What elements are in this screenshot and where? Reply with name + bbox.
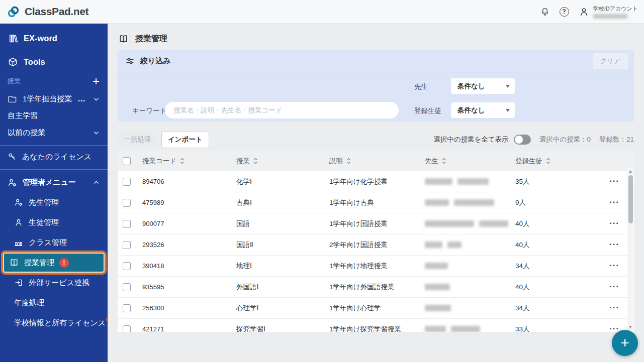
dropdown-caret-icon (506, 109, 510, 112)
notification-bell-icon[interactable] (540, 7, 550, 17)
row-checkbox[interactable] (123, 262, 131, 270)
column-header-teacher[interactable]: 先生 (420, 157, 511, 166)
bulk-action-button[interactable]: 一括処理 (118, 131, 157, 148)
folder-options-icon[interactable]: … (77, 95, 86, 103)
sidebar-item-lesson-mgmt-active[interactable]: 授業管理 ! (1, 251, 107, 275)
sidebar-item-admin-menu[interactable]: 管理者メニュー (0, 175, 108, 189)
sidebar-item-your-license[interactable]: あなたのライセンス (0, 150, 108, 164)
help-icon[interactable]: ? (560, 7, 569, 17)
page-title: 授業管理 (118, 31, 167, 46)
table-header-row: 授業コード 授業 説明 先生 登録生徒 (118, 151, 634, 171)
brand-logo[interactable]: ClassPad.net (0, 5, 88, 19)
sidebar-item-year-processing[interactable]: 年度処理 (0, 296, 108, 310)
table-row: 475989 古典Ⅰ 1学年向け古典 9人 ··· (118, 192, 627, 213)
column-header-description[interactable]: 説明 (325, 157, 420, 166)
table-row: 421271 探究学習Ⅰ 1学年向け探究学習授業 33人 ··· (118, 319, 627, 332)
sidebar: EX-word Tools 授業 + 1学年担当授業 … 自主学習 (0, 24, 108, 362)
sidebar-section-class: 授業 + (0, 75, 108, 87)
open-book-icon (118, 34, 129, 44)
filter-panel: 絞り込み クリア 先生 条件なし キーワード 登録生徒 条件なし (118, 50, 634, 122)
folder-icon (8, 94, 17, 104)
column-header-code[interactable]: 授業コード (138, 157, 232, 166)
keyword-label: キーワード (132, 106, 166, 115)
sidebar-item-label: 外部サービス連携 (29, 278, 89, 288)
dictionary-icon (8, 33, 18, 44)
row-menu-icon[interactable]: ··· (609, 285, 627, 289)
table-row: 935595 外国語Ⅰ 1学年向け外国語授業 40人 ··· (118, 277, 627, 298)
table-scrollbar[interactable] (627, 168, 633, 330)
sort-icon (442, 157, 446, 165)
filter-sliders-icon (125, 56, 135, 66)
cell-description: 1学年向け国語授業 (325, 219, 420, 228)
row-menu-icon[interactable]: ··· (609, 264, 627, 268)
cell-class: 古典Ⅰ (232, 198, 325, 207)
row-menu-icon[interactable]: ··· (609, 179, 627, 184)
table-row: 390418 地理Ⅰ 1学年向け地理授業 34人 ··· (118, 256, 627, 277)
cell-students: 9人 (511, 198, 591, 207)
account-menu[interactable]: 学校IDアカウント (579, 5, 638, 19)
cell-students: 40人 (511, 283, 591, 292)
sidebar-item-label: 授業管理 (24, 258, 54, 268)
row-checkbox[interactable] (123, 241, 131, 249)
sidebar-item-exword[interactable]: EX-word (0, 29, 108, 47)
sidebar-item-label: 生徒管理 (29, 218, 59, 227)
sidebar-item-self-study[interactable]: 自主学習 (0, 108, 108, 123)
classes-table: 授業コード 授業 説明 先生 登録生徒 894706 (118, 151, 634, 332)
row-menu-icon[interactable]: ··· (609, 306, 627, 310)
cell-code: 935595 (138, 283, 232, 291)
cell-teacher-redacted (420, 305, 511, 311)
sidebar-item-class-folder[interactable]: 1学年担当授業 … (0, 91, 108, 106)
admin-user-gear-icon (8, 178, 17, 187)
sidebar-item-tools[interactable]: Tools (0, 53, 108, 71)
account-name-redacted (593, 14, 627, 19)
cell-description: 1学年向け外国語授業 (325, 283, 420, 292)
row-checkbox[interactable] (123, 304, 131, 312)
row-checkbox[interactable] (123, 220, 131, 228)
students-filter-dropdown[interactable]: 条件なし (451, 102, 515, 118)
import-button[interactable]: インポート (161, 131, 209, 148)
sidebar-item-label: 以前の授業 (8, 128, 45, 138)
row-checkbox[interactable] (123, 178, 131, 186)
cell-class: 外国語Ⅰ (232, 283, 325, 292)
table-row: 256300 心理学Ⅰ 1学年向け心理学 34人 ··· (118, 298, 627, 319)
teacher-filter-dropdown[interactable]: 条件なし (451, 78, 515, 94)
clear-filter-button[interactable]: クリア (593, 53, 628, 69)
cell-teacher-redacted (420, 178, 511, 185)
sort-icon (180, 157, 185, 165)
chevron-up-icon[interactable] (93, 179, 100, 186)
column-header-class[interactable]: 授業 (232, 157, 325, 166)
page-title-text: 授業管理 (135, 34, 167, 44)
brand-name: ClassPad.net (25, 6, 88, 18)
sidebar-item-previous-classes[interactable]: 以前の授業 (0, 126, 108, 140)
scroll-down-icon[interactable] (629, 326, 632, 328)
show-selected-toggle[interactable] (514, 135, 531, 145)
select-all-checkbox[interactable] (123, 157, 131, 165)
teacher-user-gear-icon (14, 198, 23, 207)
cell-description: 1学年向け探究学習授業 (325, 325, 420, 332)
cell-class: 国語 (232, 219, 325, 228)
cell-students: 40人 (511, 240, 591, 250)
sidebar-item-student-mgmt[interactable]: 生徒管理 (0, 215, 108, 229)
sidebar-item-label: 管理者メニュー (23, 178, 76, 187)
sidebar-item-external-services[interactable]: 外部サービス連携 (0, 276, 108, 290)
chevron-down-icon[interactable] (93, 130, 100, 136)
row-menu-icon[interactable]: ··· (609, 243, 627, 247)
scroll-up-icon[interactable] (629, 170, 632, 173)
add-class-button[interactable]: + (93, 75, 100, 87)
sidebar-item-school-info[interactable]: 学校情報と所有ライセンス (0, 316, 108, 330)
cell-code: 293526 (138, 241, 232, 249)
row-menu-icon[interactable]: ··· (609, 221, 627, 226)
sidebar-item-class-mgmt[interactable]: クラス管理 (0, 235, 108, 250)
chevron-down-icon[interactable] (93, 96, 100, 102)
column-header-students[interactable]: 登録生徒 (511, 157, 591, 166)
row-checkbox[interactable] (123, 283, 131, 291)
keyword-search-input[interactable] (165, 102, 399, 118)
cell-students: 33人 (511, 325, 591, 332)
row-checkbox[interactable] (123, 325, 131, 332)
add-class-fab[interactable]: + (612, 330, 638, 356)
row-menu-icon[interactable]: ··· (609, 200, 627, 205)
sidebar-item-teacher-mgmt[interactable]: 先生管理 (0, 195, 108, 209)
row-checkbox[interactable] (123, 199, 131, 207)
scrollbar-thumb[interactable] (628, 175, 633, 223)
sidebar-item-label: 1学年担当授業 (23, 94, 72, 104)
